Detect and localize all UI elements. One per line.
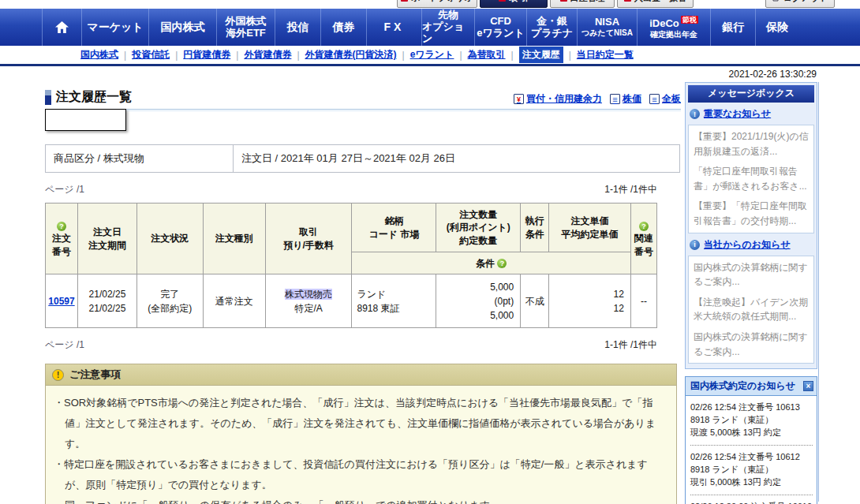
logout-icon [772, 0, 780, 2]
news-item[interactable]: 「特定口座年間取引報告書」が郵送されるお客さ... [694, 164, 809, 193]
important-news-row: ! 重要なお知らせ [688, 103, 814, 125]
news-item[interactable]: 国内株式の決算銘柄に関するご案内... [694, 260, 809, 289]
col-order-date: 注文日注文期間 [77, 203, 136, 274]
tab-bonds[interactable]: 債券 [320, 9, 366, 46]
tab-funds[interactable]: 投信 [275, 9, 320, 46]
subnav-today-executions[interactable]: 当日約定一覧 [577, 48, 634, 62]
order-trade: 株式現物売特定/A [265, 274, 352, 328]
page-label: ページ /1 [45, 338, 84, 352]
title-marker [45, 90, 51, 105]
order-dates: 21/02/2521/02/25 [77, 274, 136, 328]
col-related-no: ?関連番号 [630, 203, 656, 274]
deposit-transfer-button[interactable]: ▶ 入出金・振替 [617, 0, 694, 8]
news-item[interactable]: 【重要】2021/1/19(火)の信用新規建玉の返済... [694, 129, 809, 159]
buying-power-link[interactable]: ¥買付・信用建余力 [514, 92, 602, 106]
tab-home[interactable] [42, 9, 81, 46]
count-label: 1-1件 /1件中 [604, 183, 657, 196]
trade-button[interactable]: ▶ 取 引 [480, 0, 548, 8]
filter-date-range: 注文日 / 2021年 01月 27日～2021年 02月 26日 [234, 145, 680, 173]
tab-fx[interactable]: FX [366, 9, 421, 46]
nav-spacer [0, 9, 42, 46]
col-status: 注文状況 [136, 203, 203, 274]
logout-button[interactable]: ログアウト [765, 0, 835, 8]
pager-bottom: ページ /1 1-1件 /1件中 [45, 338, 657, 352]
red-arrow-icon: ▶ [401, 0, 408, 2]
subnav-investment-trust[interactable]: 投資信託 [132, 48, 170, 62]
filter-table: 商品区分 / 株式現物 注文日 / 2021年 01月 27日～2021年 02… [45, 144, 680, 173]
tab-nisa[interactable]: NISAつみたてNISA [577, 9, 637, 46]
notice-item: ・SOR対象銘柄でPTS市場への発注と判定された場合、「成行」注文は、当該判定時… [54, 393, 667, 454]
sub-nav: 国内株式| 投資信託| 円貨建債券| 外貨建債券| 外貨建債券(円貨決済)| e… [0, 46, 860, 64]
help-icon[interactable]: ? [57, 222, 66, 231]
help-icon[interactable]: ? [497, 259, 507, 268]
col-exec-condition: 執行条件 [521, 203, 549, 252]
col-type: 注文種別 [203, 203, 265, 274]
subnav-foreign-bonds[interactable]: 外貨建債券 [244, 48, 291, 62]
subnav-yen-bonds[interactable]: 円貨建債券 [183, 48, 230, 62]
help-icon[interactable]: ? [639, 222, 649, 231]
tab-gold-platinum[interactable]: 金・銀プラチナ [526, 9, 577, 46]
tab-ideco[interactable]: iDeCo節税 確定拠出年金 [637, 9, 710, 46]
company-news-link[interactable]: 当社からのお知らせ [704, 238, 791, 252]
message-box-title: メッセージボックス [688, 85, 814, 103]
subnav-ewarrant[interactable]: eワラント [410, 48, 454, 62]
tab-futures-options[interactable]: 先物オプション [421, 9, 474, 46]
redacted-account-box [45, 109, 126, 131]
execution-notice-body: 02/26 12:54 注文番号 10613 8918 ランド（東証） 現渡 5… [686, 396, 817, 504]
page-label: ページ /1 [45, 183, 84, 196]
execution-notice-header: 国内株式約定のお知らせ × [686, 377, 817, 396]
content: 2021-02-26 13:30:29 注文履歴一覧 ¥買付・信用建余力 ≡株価… [0, 66, 860, 502]
col-price: 注文単価平均約定単価 [549, 203, 631, 252]
order-quantity: 5,000(0pt)5,000 [436, 274, 521, 328]
order-history-table: ?注文番号 注文日注文期間 注文状況 注文種別 取引預り/手数料 銘柄コード 市… [45, 203, 657, 328]
execution-item: 02/26 12:54 注文番号 10613 8918 ランド（東証） 現渡 5… [690, 401, 813, 442]
tab-cfd-ewarrant[interactable]: CFDeワラント [474, 9, 526, 46]
important-news-link[interactable]: 重要なお知らせ [704, 107, 771, 121]
order-row: 10597 21/02/2521/02/25 完了(全部約定) 通常注文 株式現… [46, 274, 657, 328]
warning-icon: ! [52, 369, 64, 381]
col-symbol: 銘柄コード 市場 [352, 203, 436, 252]
tab-market[interactable]: マーケット [81, 9, 148, 46]
tab-foreign-stock[interactable]: 外国株式海外ETF [216, 9, 275, 46]
subnav-foreign-bonds-yen[interactable]: 外貨建債券(円貨決済) [305, 48, 397, 62]
company-news-row: i 当社からのお知らせ [688, 233, 814, 256]
subnav-order-history[interactable]: 注文履歴 [519, 47, 563, 63]
news-item[interactable]: 【注意喚起】バイデン次期米大統領の就任式期間... [694, 295, 809, 324]
news-item[interactable]: 【重要】「特定口座年間取引報告書」の交付時期... [694, 199, 809, 228]
stock-price-link[interactable]: ≡株価 [610, 92, 641, 106]
full-board-link[interactable]: ≡全板 [649, 92, 681, 106]
title-underline [45, 109, 681, 110]
tab-bank[interactable]: 銀行 [710, 9, 755, 46]
order-price: 1212 [549, 274, 631, 328]
important-news-list: 【重要】2021/1/19(火)の信用新規建玉の返済... 「特定口座年間取引報… [688, 125, 814, 233]
page-title: 注文履歴一覧 [45, 89, 132, 106]
yen-doc-icon: ¥ [514, 94, 524, 104]
info-icon: i [690, 240, 700, 250]
subnav-domestic-stock[interactable]: 国内株式 [80, 48, 118, 62]
notice-body: ・SOR対象銘柄でPTS市場への発注と判定された場合、「成行」注文は、当該判定時… [46, 386, 676, 504]
order-symbol: ランド8918 東証 [352, 274, 436, 328]
col-order-no: ?注文番号 [46, 203, 78, 274]
timestamp: 2021-02-26 13:30:29 [685, 69, 817, 80]
nav-fill [798, 9, 860, 46]
notice-header: ! ご注意事項 [46, 364, 676, 386]
account-mgmt-button[interactable]: ▶ 口座管理 [550, 0, 615, 8]
main-column: 注文履歴一覧 ¥買付・信用建余力 ≡株価 ≡全板 商品区分 / 株式現物 注文日… [45, 87, 681, 504]
notice-title: ご注意事項 [69, 368, 121, 382]
company-news-list: 国内株式の決算銘柄に関するご案内... 【注意喚起】バイデン次期米大統領の就任式… [688, 256, 814, 364]
tab-insurance[interactable]: 保険 [755, 9, 798, 46]
pager-top: ページ /1 1-1件 /1件中 [45, 183, 657, 196]
notice-panel: ! ご注意事項 ・SOR対象銘柄でPTS市場への発注と判定された場合、「成行」注… [45, 364, 677, 504]
trade-kind-highlight: 株式現物売 [285, 289, 332, 300]
news-item[interactable]: 国内株式の決算銘柄に関するご案内... [694, 330, 809, 359]
order-number-link[interactable]: 10597 [48, 296, 74, 307]
tab-domestic-stock[interactable]: 国内株式 [148, 9, 216, 46]
subnav-forex[interactable]: 為替取引 [468, 48, 506, 62]
portfolio-button-label: ポートフォリオ [411, 0, 473, 4]
order-exec-condition: 不成 [521, 274, 549, 328]
dotted-separator [690, 445, 813, 446]
execution-item: 02/26 12:54 注文番号 10612 8918 ランド（東証） 現引 5… [690, 451, 813, 492]
close-icon[interactable]: × [803, 381, 813, 391]
portfolio-button[interactable]: ▶ ポートフォリオ [397, 0, 477, 8]
top-account-bar: ▶ ポートフォリオ ▶ 取 引 ▶ 口座管理 ▶ 入出金・振替 ログアウト [0, 0, 860, 9]
